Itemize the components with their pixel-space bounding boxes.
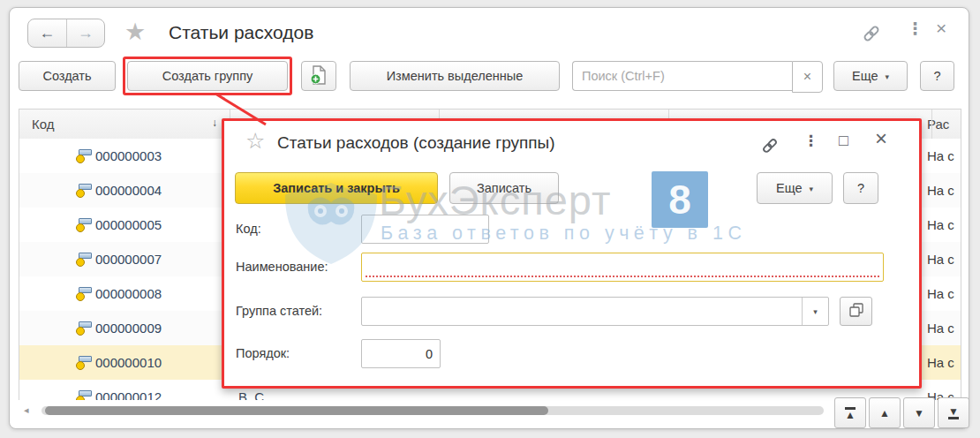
edit-selected-button[interactable]: Изменить выделенные: [350, 61, 560, 91]
row-right-cell: На с: [927, 311, 961, 345]
catalog-item-icon: [76, 354, 90, 370]
window-menu-icon[interactable]: ⋮: [907, 20, 923, 37]
name-field-label: Наименование:: [236, 253, 328, 282]
column-header-code[interactable]: Код: [32, 110, 55, 139]
group-field: ▾: [361, 297, 829, 326]
create-group-button[interactable]: Создать группу: [127, 61, 288, 91]
dialog-title: Статьи расходов (создание группы): [277, 133, 555, 153]
sort-descending-icon: ↓: [212, 117, 217, 128]
new-document-plus-icon: [310, 65, 328, 87]
row-right-cell: На с: [927, 276, 961, 311]
row-right-cell: На с: [927, 208, 961, 242]
dialog-get-link-icon[interactable]: [759, 135, 780, 160]
dialog-more-button[interactable]: Еще ▾: [757, 172, 833, 204]
more-label: Еще: [852, 69, 878, 83]
row-right-cell: На с: [927, 139, 961, 173]
dialog-favorite-star-icon[interactable]: ☆: [245, 130, 265, 152]
row-code: 000000005: [95, 208, 162, 242]
list-more-button[interactable]: Еще ▾: [833, 61, 908, 91]
required-field-underline: [366, 276, 879, 277]
catalog-item-icon: [76, 320, 90, 336]
scroll-left-icon[interactable]: ◂: [24, 405, 29, 415]
search-clear-button[interactable]: ×: [792, 61, 823, 93]
row-right-cell: На с: [927, 345, 961, 380]
save-and-close-button[interactable]: Записать и закрыть: [235, 172, 438, 204]
group-field-input[interactable]: [362, 298, 802, 325]
chevron-down-icon: ▾: [809, 185, 813, 193]
dialog-help-button[interactable]: ?: [843, 172, 878, 204]
list-help-button[interactable]: ?: [920, 61, 954, 91]
create-button[interactable]: Создать: [19, 61, 116, 91]
row-right-cell: На с: [927, 173, 961, 208]
move-up-button[interactable]: ▲: [869, 397, 901, 428]
row-code: 000000009: [95, 311, 162, 345]
order-field-label: Порядок:: [236, 339, 290, 368]
chevron-down-icon: ▾: [885, 72, 889, 81]
create-new-by-copy-button[interactable]: [301, 61, 336, 91]
row-code: 000000007: [95, 242, 162, 276]
code-field-label: Код:: [236, 215, 261, 244]
row-code: 000000003: [95, 139, 162, 173]
search-control: ×: [572, 61, 823, 91]
triangle-up-icon: ▲: [879, 409, 890, 418]
group-field-label: Группа статей:: [236, 297, 322, 326]
page-title: Статьи расходов: [169, 22, 313, 43]
app-window: ← → ★ Статьи расходов ⋮ × Создать Создат…: [9, 7, 969, 429]
name-field: [361, 253, 884, 282]
forward-button[interactable]: →: [67, 19, 105, 47]
create-group-dialog: ☆ Статьи расходов (создание группы) ⋮ □ …: [222, 118, 922, 389]
row-right-cell: На с: [927, 242, 961, 276]
back-arrow-icon: ←: [39, 24, 55, 42]
back-button[interactable]: ←: [28, 19, 67, 47]
catalog-item-icon: [76, 389, 90, 400]
history-nav-group: ← →: [27, 19, 105, 48]
move-down-button[interactable]: ▼: [903, 397, 935, 428]
group-dropdown-button[interactable]: ▾: [802, 298, 828, 325]
order-field-input[interactable]: [361, 339, 441, 368]
more-label: Еще: [776, 181, 803, 195]
clear-x-icon: ×: [803, 69, 811, 85]
open-selection-icon: [848, 301, 865, 322]
get-link-icon[interactable]: [860, 22, 883, 49]
favorite-star-icon[interactable]: ★: [124, 20, 146, 44]
row-code: 000000012: [95, 380, 162, 400]
scrollbar-track[interactable]: [41, 406, 824, 415]
bottom-bar-icon: [948, 417, 959, 419]
forward-arrow-icon: →: [78, 24, 94, 42]
code-field-input[interactable]: [361, 215, 489, 244]
catalog-item-icon: [76, 182, 90, 198]
dialog-menu-icon[interactable]: ⋮: [803, 133, 818, 148]
horizontal-scrollbar[interactable]: ◂: [19, 400, 831, 421]
triangle-down-icon: ▼: [914, 409, 924, 418]
row-code: 000000004: [95, 173, 162, 208]
catalog-item-icon: [76, 147, 90, 163]
window-close-icon[interactable]: ×: [936, 19, 946, 37]
dialog-maximize-icon[interactable]: □: [839, 132, 848, 148]
catalog-item-icon: [76, 285, 90, 301]
scrollbar-thumb[interactable]: [45, 406, 548, 415]
catalog-item-icon: [76, 251, 90, 267]
triangle-up-icon: ▲: [845, 411, 856, 419]
row-code: 000000008: [95, 276, 162, 311]
group-choose-button[interactable]: [840, 297, 872, 326]
save-button[interactable]: Записать: [449, 172, 559, 204]
dialog-close-icon[interactable]: ×: [875, 128, 887, 149]
catalog-item-icon: [76, 216, 90, 232]
triangle-down-icon: ▼: [948, 407, 959, 416]
search-input[interactable]: [572, 61, 792, 91]
list-nav-buttons: ▲ ▲ ▼ ▼: [834, 397, 969, 428]
chevron-down-icon: ▾: [813, 307, 818, 316]
go-to-top-button[interactable]: ▲: [834, 397, 866, 428]
go-to-bottom-button[interactable]: ▼: [938, 397, 969, 428]
row-code: 000000010: [95, 345, 162, 380]
